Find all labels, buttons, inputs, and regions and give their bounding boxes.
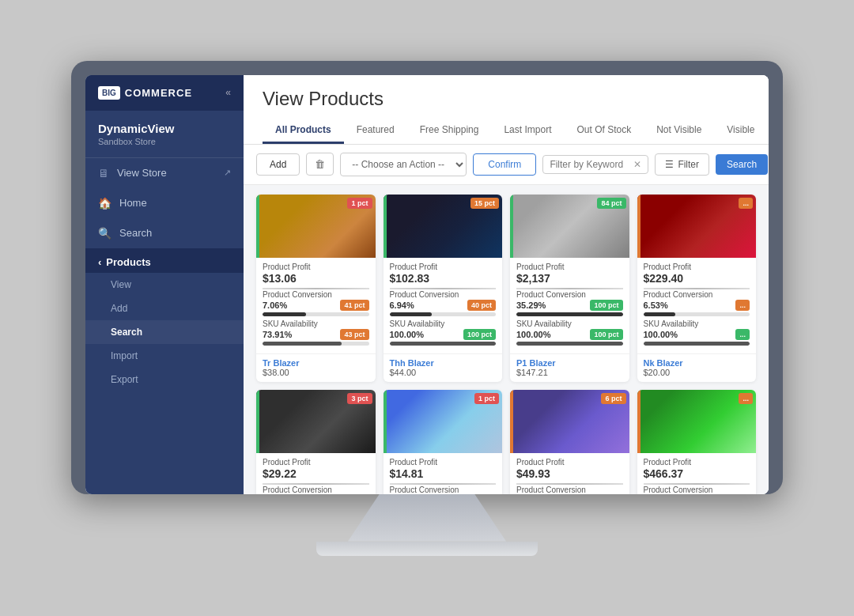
tab-last-import[interactable]: Last Import xyxy=(491,118,564,144)
filter-keyword-input-wrap: ✕ xyxy=(542,155,648,174)
sku-bar xyxy=(644,342,750,346)
tab-not-visible[interactable]: Not Visible xyxy=(644,118,714,144)
product-stats: Product Profit $466.37 Product Conversio… xyxy=(637,453,757,494)
sku-bar xyxy=(390,342,497,346)
add-button[interactable]: Add xyxy=(256,153,300,176)
filter-button[interactable]: ☰ Filter xyxy=(655,153,709,176)
store-icon: 🖥 xyxy=(98,167,109,180)
subnav-item-view[interactable]: View xyxy=(85,273,244,297)
product-stats: Product Profit $29.22 Product Conversion… xyxy=(256,453,376,494)
sku-bar xyxy=(516,342,623,346)
product-stats: Product Profit $2,137 Product Conversion… xyxy=(510,258,629,353)
card-accent xyxy=(256,390,259,453)
product-name[interactable]: P1 Blazer xyxy=(516,358,623,368)
sku-stat: SKU Availability 73.91% 43 pct xyxy=(263,319,369,346)
clear-filter-icon[interactable]: ✕ xyxy=(633,159,641,170)
profit-value: $14.81 xyxy=(390,467,424,480)
action-select[interactable]: -- Choose an Action -- xyxy=(340,153,467,176)
product-price: $38.00 xyxy=(263,368,369,377)
product-stats: Product Profit $229.40 Product Conversio… xyxy=(637,258,757,353)
product-price: $147.21 xyxy=(516,368,623,377)
subnav-item-import[interactable]: Import xyxy=(85,344,244,368)
sidebar-logo: BIG COMMERCE « xyxy=(85,75,244,111)
card-accent xyxy=(256,195,259,258)
subnav-item-search[interactable]: Search xyxy=(85,320,244,344)
profit-value: $229.40 xyxy=(644,272,684,285)
product-card: ... Product Profit $466.37 Product Conve… xyxy=(637,390,757,494)
profit-stat: Product Profit $14.81 xyxy=(390,458,497,480)
sidebar-collapse-icon[interactable]: « xyxy=(225,87,231,98)
sku-label: SKU Availability xyxy=(644,319,750,328)
sku-badge: 100 pct xyxy=(463,329,496,340)
product-image: 3 pct xyxy=(256,390,376,453)
chevron-left-icon: ‹ xyxy=(98,256,101,268)
conversion-stat: Product Conversion 6.82% 39 pct xyxy=(516,486,623,494)
product-price: $44.00 xyxy=(390,368,497,377)
product-stats: Product Profit $14.81 Product Conversion… xyxy=(384,453,503,494)
sidebar-item-home[interactable]: 🏠 Home xyxy=(85,188,244,218)
profit-badge: ... xyxy=(739,198,753,209)
product-card: 6 pct Product Profit $49.93 Product Conv… xyxy=(510,390,629,494)
product-stats: Product Profit $102.83 Product Conversio… xyxy=(384,258,503,353)
tab-out-of-stock[interactable]: Out Of Stock xyxy=(564,118,644,144)
profit-badge: 15 pct xyxy=(470,198,499,209)
store-info: DynamicView Sandbox Store xyxy=(85,111,244,158)
product-image: 15 pct xyxy=(384,195,503,258)
product-name[interactable]: Nk Blazer xyxy=(644,358,750,368)
filter-icon: ☰ xyxy=(665,159,674,170)
profit-label: Product Profit xyxy=(390,263,497,271)
sidebar-item-view-store[interactable]: 🖥 View Store ↗ xyxy=(85,158,244,188)
conversion-stat: Product Conversion 1.10% 2 pct xyxy=(390,486,497,494)
tab-featured[interactable]: Featured xyxy=(344,118,407,144)
product-image: 84 pct xyxy=(510,195,629,258)
profit-label: Product Profit xyxy=(390,458,497,467)
conversion-label: Product Conversion xyxy=(644,486,750,494)
profit-badge: 6 pct xyxy=(601,393,625,404)
profit-stat: Product Profit $49.93 xyxy=(516,458,623,480)
tab-all-products[interactable]: All Products xyxy=(263,118,344,144)
product-footer: Thh Blazer $44.00 xyxy=(384,353,503,382)
profit-label: Product Profit xyxy=(644,263,750,271)
product-price: $20.00 xyxy=(644,368,750,377)
profit-badge: 1 pct xyxy=(474,393,499,404)
product-name[interactable]: Thh Blazer xyxy=(390,358,497,368)
product-image: ... xyxy=(637,195,757,258)
page-header: View Products All Products Featured Free… xyxy=(244,75,769,145)
product-card: 1 pct Product Profit $13.06 Product Conv… xyxy=(256,195,376,382)
brand-name: COMMERCE xyxy=(125,87,192,99)
delete-button[interactable]: 🗑 xyxy=(306,153,334,176)
sidebar-item-search[interactable]: 🔍 Search xyxy=(85,218,244,248)
confirm-button[interactable]: Confirm xyxy=(473,153,536,176)
profit-label: Product Profit xyxy=(516,263,623,271)
sidebar-label-home: Home xyxy=(119,197,147,209)
product-card: 84 pct Product Profit $2,137 Product Con… xyxy=(510,195,629,382)
product-name[interactable]: Tr Blazer xyxy=(263,358,369,368)
filter-keyword-input[interactable] xyxy=(550,159,629,170)
product-image: 1 pct xyxy=(384,390,503,453)
search-icon: 🔍 xyxy=(98,227,111,240)
external-link-icon: ↗ xyxy=(224,168,231,178)
tab-free-shipping[interactable]: Free Shipping xyxy=(407,118,492,144)
product-card: 15 pct Product Profit $102.83 Product Co… xyxy=(384,195,503,382)
sku-stat: SKU Availability 100.00% 100 pct xyxy=(516,319,623,346)
card-accent xyxy=(384,195,387,258)
conversion-label: Product Conversion xyxy=(390,290,497,299)
conversion-bar xyxy=(263,312,369,316)
subnav-item-export[interactable]: Export xyxy=(85,368,244,391)
sidebar-label-search: Search xyxy=(119,227,152,239)
conversion-label: Product Conversion xyxy=(263,290,369,299)
card-accent xyxy=(384,390,387,453)
conversion-label: Product Conversion xyxy=(516,486,623,494)
conversion-bar xyxy=(644,312,750,316)
profit-stat: Product Profit $466.37 xyxy=(644,458,750,480)
products-grid: 1 pct Product Profit $13.06 Product Conv… xyxy=(256,195,756,494)
profit-value: $49.93 xyxy=(516,467,550,480)
sku-value: 73.91% xyxy=(263,330,292,339)
conversion-stat: Product Conversion 7.06% 41 pct xyxy=(263,290,369,316)
subnav-item-add[interactable]: Add xyxy=(85,297,244,320)
conversion-value: 6.94% xyxy=(390,300,414,310)
sidebar-section-products: ‹ Products xyxy=(85,248,244,273)
search-button[interactable]: Search xyxy=(716,154,768,175)
profit-stat: Product Profit $229.40 xyxy=(644,263,750,285)
tab-visible[interactable]: Visible xyxy=(714,118,767,144)
